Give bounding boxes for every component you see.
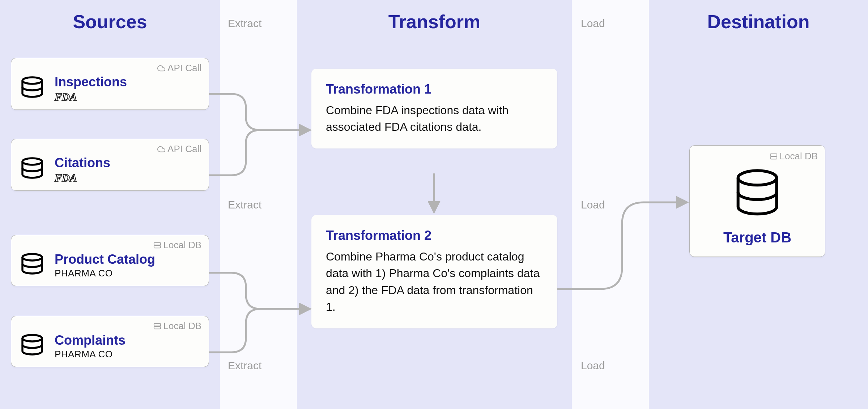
database-icon-large bbox=[700, 155, 815, 225]
svg-rect-13 bbox=[770, 156, 776, 159]
destination-title: Target DB bbox=[700, 229, 815, 246]
badge-api-call: API Call bbox=[157, 143, 201, 155]
gap-label-extract-bottom: Extract bbox=[228, 360, 261, 372]
source-subtitle-fda: FDA bbox=[55, 91, 127, 103]
svg-point-11 bbox=[22, 335, 42, 341]
transform-desc: Combine Pharma Co's product catalog data… bbox=[326, 248, 543, 315]
source-title: Citations bbox=[55, 156, 110, 170]
badge-api-call: API Call bbox=[157, 63, 201, 74]
cloud-icon bbox=[157, 64, 165, 72]
svg-point-6 bbox=[22, 254, 42, 261]
cloud-icon bbox=[157, 145, 165, 153]
svg-point-16 bbox=[738, 171, 777, 185]
source-title: Complaints bbox=[55, 333, 125, 348]
svg-rect-7 bbox=[154, 323, 160, 326]
badge-local-db: Local DB bbox=[153, 320, 202, 332]
svg-rect-8 bbox=[154, 326, 160, 328]
source-title: Product Catalog bbox=[55, 252, 155, 267]
badge-label: Local DB bbox=[780, 151, 818, 162]
column-title-destination: Destination bbox=[649, 11, 868, 33]
transform-title: Transformation 1 bbox=[326, 82, 543, 97]
badge-label: Local DB bbox=[163, 240, 202, 251]
svg-point-1 bbox=[22, 158, 42, 165]
database-icon bbox=[19, 252, 45, 279]
database-icon bbox=[19, 156, 45, 184]
transform-title: Transformation 2 bbox=[326, 228, 543, 243]
svg-point-0 bbox=[22, 77, 42, 84]
server-icon bbox=[770, 152, 778, 160]
badge-local-db: Local DB bbox=[770, 151, 818, 162]
transform-card-2: Transformation 2 Combine Pharma Co's pro… bbox=[311, 215, 557, 328]
gap-label-extract-top: Extract bbox=[228, 17, 261, 30]
gap-label-load-mid: Load bbox=[581, 199, 605, 211]
badge-label: Local DB bbox=[163, 320, 202, 332]
svg-rect-3 bbox=[154, 245, 160, 247]
source-card-citations: API Call Citations FDA bbox=[11, 139, 209, 191]
transform-desc: Combine FDA inspections data with associ… bbox=[326, 102, 543, 135]
database-icon bbox=[19, 333, 45, 360]
destination-card: Local DB Target DB bbox=[689, 145, 825, 257]
transform-card-1: Transformation 1 Combine FDA inspections… bbox=[311, 69, 557, 148]
source-subtitle: PHARMA CO bbox=[55, 268, 155, 279]
source-card-inspections: API Call Inspections FDA bbox=[11, 58, 209, 110]
gap-label-load-top: Load bbox=[581, 17, 605, 30]
column-title-transform: Transform bbox=[297, 11, 572, 33]
database-icon bbox=[19, 75, 45, 103]
gap-label-extract-mid: Extract bbox=[228, 199, 261, 211]
svg-rect-12 bbox=[770, 154, 776, 156]
source-card-complaints: Local DB Complaints PHARMA CO bbox=[11, 316, 209, 367]
badge-label: API Call bbox=[167, 143, 201, 155]
svg-rect-2 bbox=[154, 242, 160, 245]
server-icon bbox=[153, 241, 161, 249]
column-title-sources: Sources bbox=[0, 11, 220, 33]
badge-label: API Call bbox=[167, 63, 201, 74]
source-card-product-catalog: Local DB Product Catalog PHARMA CO bbox=[11, 235, 209, 286]
column-transform: Transform bbox=[297, 0, 572, 409]
source-title: Inspections bbox=[55, 75, 127, 89]
source-subtitle: PHARMA CO bbox=[55, 349, 125, 360]
etl-diagram: Sources Transform Destination Extract Ex… bbox=[0, 0, 868, 409]
badge-local-db: Local DB bbox=[153, 240, 202, 251]
gap-label-load-bottom: Load bbox=[581, 360, 605, 372]
source-subtitle-fda: FDA bbox=[55, 172, 110, 184]
server-icon bbox=[153, 322, 161, 330]
